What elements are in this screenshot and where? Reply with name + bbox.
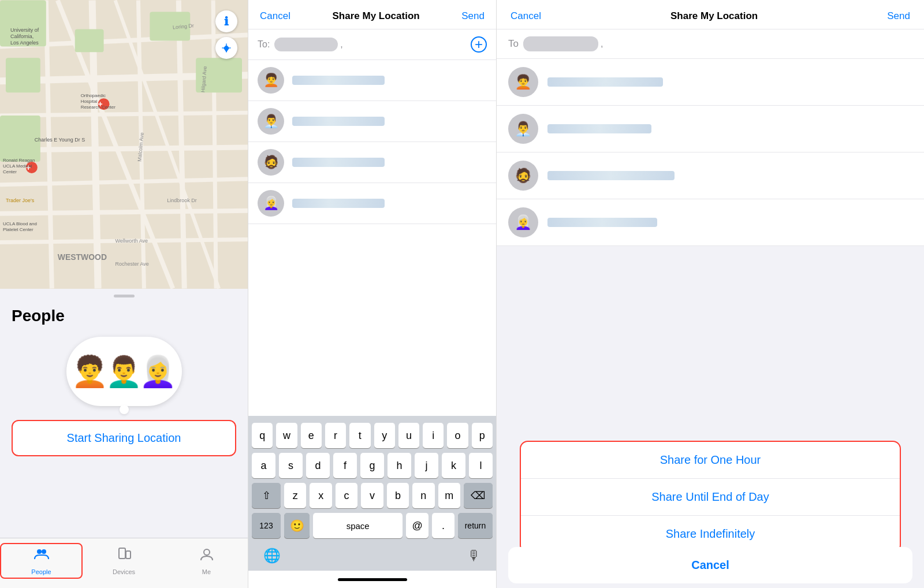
location-button[interactable] [215, 37, 237, 59]
avatar-3: 👩‍🦳 [139, 356, 177, 386]
action-sheet: Share for One Hour Share Until End of Da… [520, 441, 901, 553]
key-z[interactable]: z [284, 483, 306, 508]
cancel-button-p3[interactable]: Cancel [511, 10, 541, 22]
key-o[interactable]: o [447, 423, 468, 448]
panel-find-my: + + University of California, Los Angele… [0, 0, 248, 588]
p3-name-blur-2 [547, 124, 651, 133]
key-y[interactable]: y [374, 423, 395, 448]
key-period[interactable]: . [432, 513, 454, 538]
p3-avatar-2: 👨‍💼 [508, 114, 538, 144]
people-icon [33, 546, 50, 567]
contact-avatar-1: 🧑‍🦱 [258, 67, 284, 94]
contact-item[interactable]: 🧑‍🦱 [248, 60, 496, 101]
contact-avatar-3: 🧔 [258, 149, 284, 176]
key-r[interactable]: r [325, 423, 346, 448]
svg-rect-17 [75, 29, 104, 52]
p3-contact-item[interactable]: 🧔 [497, 152, 924, 199]
contact-item[interactable]: 👩‍🦳 [248, 183, 496, 224]
p3-contact-item[interactable]: 🧑‍🦱 [497, 59, 924, 106]
key-d[interactable]: d [306, 453, 330, 478]
key-q[interactable]: q [252, 423, 273, 448]
key-numbers[interactable]: 123 [252, 513, 281, 538]
share-one-hour-button[interactable]: Share for One Hour [521, 442, 900, 479]
to-comma-p2: , [340, 39, 342, 50]
svg-text:California,: California, [10, 34, 33, 39]
tab-devices-label: Devices [113, 568, 135, 575]
key-f[interactable]: f [333, 453, 357, 478]
people-section: People 🧑‍🦱 👨‍🦱 👩‍🦳 Start Sharing Locatio… [0, 297, 248, 538]
svg-text:Rochester Ave: Rochester Ave [116, 261, 149, 267]
key-globe[interactable]: 🌐 [263, 548, 281, 564]
share-end-of-day-button[interactable]: Share Until End of Day [521, 479, 900, 516]
key-s[interactable]: s [279, 453, 303, 478]
cancel-button-p2[interactable]: Cancel [260, 10, 290, 22]
keyboard-row-4: 123 🙂 space @ . return [252, 513, 493, 538]
nav-bar-p2: Cancel Share My Location Send [248, 0, 496, 29]
key-delete[interactable]: ⌫ [464, 483, 493, 508]
svg-text:Center: Center [3, 169, 17, 174]
contact-avatar-4: 👩‍🦳 [258, 190, 284, 217]
to-chip-p2 [274, 38, 338, 51]
key-at[interactable]: @ [406, 513, 429, 538]
key-k[interactable]: k [442, 453, 465, 478]
key-g[interactable]: g [360, 453, 384, 478]
svg-point-45 [37, 549, 42, 554]
tab-me[interactable]: Me [165, 543, 248, 579]
svg-text:Trader Joe's: Trader Joe's [6, 198, 35, 203]
svg-text:Ronald Reagan: Ronald Reagan [3, 158, 35, 163]
svg-rect-47 [119, 548, 125, 559]
svg-text:UCLA Blood and: UCLA Blood and [3, 221, 37, 226]
key-return[interactable]: return [458, 513, 493, 538]
send-button-p2[interactable]: Send [461, 10, 485, 22]
key-mic[interactable]: 🎙 [467, 548, 481, 564]
key-a[interactable]: a [252, 453, 275, 478]
key-u[interactable]: u [398, 423, 419, 448]
key-p[interactable]: p [472, 423, 493, 448]
svg-text:Charles E Young Dr S: Charles E Young Dr S [35, 137, 85, 143]
svg-text:UCLA Medical: UCLA Medical [3, 163, 32, 169]
p3-contact-item[interactable]: 👨‍💼 [497, 106, 924, 152]
svg-text:University of: University of [10, 27, 39, 33]
key-shift[interactable]: ⇧ [252, 483, 281, 508]
start-sharing-button[interactable]: Start Sharing Location [12, 420, 236, 456]
key-t[interactable]: t [349, 423, 370, 448]
tab-devices[interactable]: Devices [83, 543, 165, 579]
svg-rect-48 [126, 551, 131, 559]
cancel-action-button[interactable]: Cancel [508, 547, 912, 583]
key-h[interactable]: h [388, 453, 411, 478]
key-emoji[interactable]: 🙂 [284, 513, 310, 538]
key-n[interactable]: n [412, 483, 434, 508]
key-w[interactable]: w [276, 423, 297, 448]
svg-text:Wellworth Ave: Wellworth Ave [116, 238, 148, 244]
to-field-p3: To , [497, 29, 924, 59]
key-m[interactable]: m [438, 483, 460, 508]
add-recipient-button[interactable]: + [471, 36, 487, 53]
key-j[interactable]: j [415, 453, 438, 478]
contact-list-p3: 🧑‍🦱 👨‍💼 🧔 👩‍🦳 [497, 59, 924, 246]
to-field-p2: To: , + [248, 29, 496, 60]
contact-item[interactable]: 🧔 [248, 142, 496, 183]
key-l[interactable]: l [469, 453, 493, 478]
key-v[interactable]: v [361, 483, 383, 508]
key-e[interactable]: e [301, 423, 322, 448]
info-button[interactable]: ℹ [215, 10, 237, 32]
send-button-p3[interactable]: Send [887, 10, 910, 22]
p3-contact-item[interactable]: 👩‍🦳 [497, 199, 924, 246]
p3-avatar-4: 👩‍🦳 [508, 207, 538, 237]
svg-line-3 [0, 113, 248, 116]
key-space[interactable]: space [313, 513, 403, 538]
people-title: People [12, 307, 236, 325]
key-b[interactable]: b [387, 483, 409, 508]
key-x[interactable]: x [310, 483, 331, 508]
key-c[interactable]: c [336, 483, 357, 508]
tab-bar: People Devices Me [0, 538, 248, 588]
svg-line-6 [0, 211, 248, 214]
svg-point-49 [204, 549, 210, 555]
keyboard: q w e r t y u i o p a s d f g h j k l ⇧ … [248, 416, 496, 571]
keyboard-row-1: q w e r t y u i o p [252, 423, 493, 448]
tab-people[interactable]: People [0, 543, 83, 579]
avatar-group: 🧑‍🦱 👨‍🦱 👩‍🦳 [12, 337, 236, 406]
key-i[interactable]: i [423, 423, 444, 448]
p3-name-blur-3 [547, 171, 675, 180]
contact-item[interactable]: 👨‍💼 [248, 101, 496, 142]
